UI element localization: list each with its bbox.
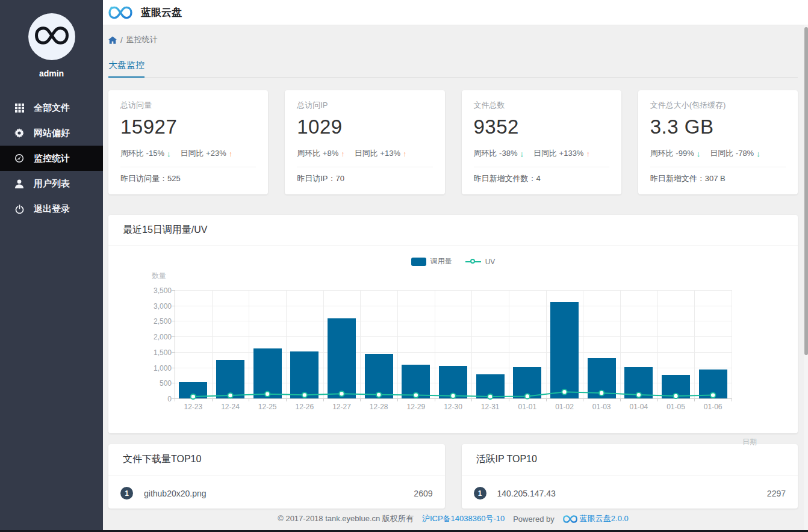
sidebar: admin 全部文件 网站偏好: [0, 0, 103, 532]
home-icon[interactable]: [108, 36, 117, 44]
trend-arrow-icon: ↑: [341, 149, 345, 158]
stat-cards-row: 总访问量 15927 周环比 -15%↓ 日同比 +23%↑ 昨日访问量：525…: [108, 90, 798, 194]
tab-bar: 大盘监控: [108, 60, 798, 78]
x-tick-label: 12-26: [295, 403, 314, 411]
ip-address: 140.205.147.43: [497, 489, 767, 498]
x-tick-label: 12-27: [332, 403, 351, 411]
y-axis-title: 数量: [152, 271, 166, 281]
gear-icon: [13, 128, 25, 138]
y-tick-label: 0: [167, 395, 172, 403]
sidebar-item-label: 网站偏好: [34, 128, 70, 139]
breadcrumb-separator: /: [120, 36, 123, 45]
y-tick-label: 3,000: [154, 302, 172, 311]
stat-value: 1029: [297, 116, 432, 138]
trend-arrow-icon: ↑: [586, 149, 590, 158]
trend-arrow-icon: ↑: [403, 149, 407, 158]
stat-footer: 昨日访IP：70: [297, 173, 432, 184]
x-axis-title: 日期: [742, 437, 757, 447]
breadcrumb-current: 监控统计: [126, 34, 158, 45]
copyright-text: © 2017-2018 tank.eyeblue.cn 版权所有: [278, 513, 414, 524]
page-footer: © 2017-2018 tank.eyeblue.cn 版权所有 沪ICP备14…: [108, 513, 798, 524]
stat-footer: 昨日访问量：525: [120, 173, 256, 184]
x-tick-label: 01-02: [555, 403, 574, 411]
footer-logo-icon: [563, 515, 577, 524]
stat-title: 文件总数: [474, 100, 609, 111]
sidebar-item-preferences[interactable]: 网站偏好: [0, 120, 103, 146]
x-tick-label: 01-05: [667, 403, 685, 411]
product-link[interactable]: 蓝眼云盘2.0.0: [563, 513, 629, 524]
trend-arrow-icon: ↓: [697, 149, 701, 158]
app-title[interactable]: 蓝眼云盘: [141, 5, 182, 19]
x-tick-label: 01-04: [629, 403, 648, 411]
avatar[interactable]: [28, 13, 75, 60]
power-icon: [13, 205, 25, 214]
stat-card-total-size: 文件总大小(包括缓存) 3.3 GB 周环比 -99%↓ 日同比 -78%↓ 昨…: [638, 90, 798, 194]
trend-day: 日同比 +13%↑: [355, 148, 407, 159]
legend-item-bars[interactable]: 调用量: [411, 256, 452, 267]
x-tick-label: 12-30: [444, 403, 462, 411]
icp-link[interactable]: 沪ICP备14038360号-10: [422, 513, 505, 524]
sidebar-item-users[interactable]: 用户列表: [0, 171, 103, 196]
sidebar-item-all-files[interactable]: 全部文件: [0, 95, 103, 120]
app-logo-icon[interactable]: [108, 5, 132, 20]
file-name: github20x20.png: [144, 489, 414, 498]
x-tick-label: 12-28: [370, 403, 388, 411]
trend-day: 日同比 +23%↑: [180, 148, 232, 159]
list-item[interactable]: 1 github20x20.png 2609: [108, 475, 445, 509]
chart-plot: 05001,0001,5002,0002,5003,0003,50012-231…: [175, 290, 732, 398]
bar-swatch-icon: [411, 258, 426, 266]
chart-card: 最近15日调用量/UV 调用量 UV 数量 05001,0001,5002,00…: [108, 215, 798, 433]
y-tick-label: 2,000: [154, 333, 172, 341]
trend-day: 日同比 +133%↑: [533, 148, 590, 159]
uv-line-series: [175, 290, 732, 398]
y-tick-label: 2,500: [154, 317, 172, 326]
sidebar-item-logout[interactable]: 退出登录: [0, 196, 103, 221]
scrollbar-thumb[interactable]: [804, 27, 808, 355]
x-tick-label: 12-31: [481, 403, 500, 411]
chart-title: 最近15日调用量/UV: [108, 215, 798, 246]
legend-item-uv[interactable]: UV: [465, 258, 496, 266]
y-tick-label: 500: [160, 379, 172, 388]
y-tick-label: 1,000: [154, 364, 172, 373]
y-tick-label: 3,500: [154, 286, 172, 295]
top-lists-row: 文件下载量TOP10 1 github20x20.png 2609 活跃IP T…: [108, 444, 798, 509]
username: admin: [0, 69, 103, 78]
header: 蓝眼云盘: [103, 0, 808, 25]
line-swatch-icon: [465, 259, 481, 265]
dashboard-icon: [13, 153, 25, 163]
download-count: 2609: [414, 489, 432, 498]
user-icon: [13, 179, 25, 188]
sidebar-item-label: 用户列表: [34, 178, 70, 190]
trend-week: 周环比 -99%↓: [650, 148, 700, 159]
stat-card-total-ip: 总访问IP 1029 周环比 +8%↑ 日同比 +13%↑ 昨日访IP：70: [285, 90, 444, 194]
x-tick-label: 01-01: [518, 403, 536, 411]
rank-badge: 1: [474, 487, 486, 500]
tab-dashboard-monitor[interactable]: 大盘监控: [108, 60, 145, 78]
stat-value: 15927: [120, 116, 256, 138]
grid-icon: [13, 104, 25, 113]
sidebar-item-label: 监控统计: [34, 153, 70, 164]
list-title: 活跃IP TOP10: [462, 444, 798, 475]
stat-card-total-visits: 总访问量 15927 周环比 -15%↓ 日同比 +23%↑ 昨日访问量：525: [108, 90, 268, 194]
powered-by-text: Powered by: [513, 515, 555, 524]
stat-title: 总访问IP: [297, 100, 432, 111]
x-tick-label: 12-25: [258, 403, 277, 411]
scrollbar[interactable]: [804, 25, 808, 532]
sidebar-item-label: 退出登录: [34, 203, 70, 215]
trend-week: 周环比 -15%↓: [120, 148, 170, 159]
stat-footer: 昨日新增文件数：4: [474, 173, 609, 184]
main-content: / 监控统计 大盘监控 总访问量 15927 周环比 -15%↓ 日同比 +23…: [103, 25, 808, 532]
sidebar-item-monitoring[interactable]: 监控统计: [0, 146, 103, 171]
breadcrumb: / 监控统计: [108, 34, 798, 45]
trend-arrow-icon: ↓: [167, 149, 171, 158]
list-item[interactable]: 1 140.205.147.43 2297: [462, 475, 798, 509]
x-tick-label: 01-03: [592, 403, 611, 411]
stat-card-total-files: 文件总数 9352 周环比 -38%↓ 日同比 +133%↑ 昨日新增文件数：4: [462, 90, 621, 194]
sidebar-menu: 全部文件 网站偏好 监控统计: [0, 95, 103, 221]
top-downloads-card: 文件下载量TOP10 1 github20x20.png 2609: [108, 444, 445, 509]
stat-title: 总访问量: [120, 100, 256, 111]
x-tick-label: 12-29: [406, 403, 425, 411]
chart-body: 调用量 UV 数量 05001,0001,5002,0002,5003,0003…: [108, 246, 798, 435]
trend-day: 日同比 -78%↓: [710, 148, 760, 159]
x-tick-label: 12-24: [221, 403, 240, 411]
